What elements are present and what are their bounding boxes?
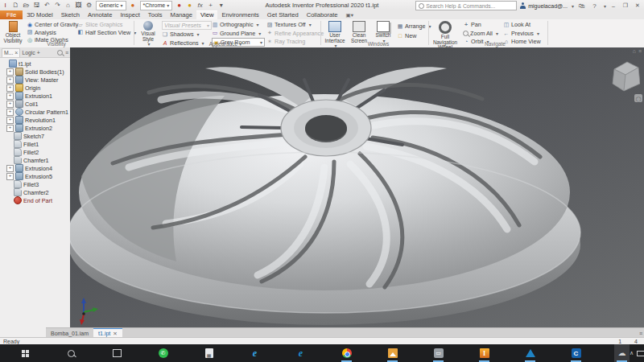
- taskbar-search-button[interactable]: [64, 344, 79, 362]
- favorite-color-icon[interactable]: ●: [185, 1, 194, 10]
- browser-search-icon[interactable]: [57, 50, 63, 56]
- tree-item-fillet3[interactable]: Fillet3: [0, 180, 70, 188]
- return-icon[interactable]: 🖼: [74, 1, 83, 10]
- home-icon[interactable]: ⌂: [64, 1, 72, 10]
- task-view-button[interactable]: [109, 344, 125, 362]
- start-button[interactable]: [18, 344, 33, 362]
- browser-tab-model[interactable]: M...×: [2, 48, 20, 57]
- material-dropdown[interactable]: Generic▾: [96, 1, 126, 10]
- expander-icon[interactable]: +: [6, 165, 14, 172]
- appearance-dropdown[interactable]: *Chrome▾: [140, 1, 173, 10]
- tab-3d-model[interactable]: 3D Model: [23, 10, 57, 19]
- tab-collaborate[interactable]: Collaborate: [303, 10, 342, 19]
- browser-add-tab-button[interactable]: +: [37, 50, 40, 56]
- center-of-gravity-button[interactable]: ◉Center of Gravity: [27, 21, 78, 29]
- analysis-button[interactable]: ▨Analysis: [27, 29, 78, 37]
- chrome-button[interactable]: [339, 344, 354, 362]
- clean-screen-button[interactable]: Clean Screen: [348, 20, 370, 41]
- messaging-button[interactable]: ▭: [431, 344, 446, 362]
- expander-icon[interactable]: +: [6, 109, 14, 116]
- tree-item-end-of-part[interactable]: End of Part: [0, 196, 70, 204]
- app-store-basket-icon[interactable]: 🛍: [577, 2, 586, 10]
- model-viewport[interactable]: ⌂ ≡: [70, 47, 644, 327]
- tray-expand-icon[interactable]: ∧: [630, 350, 634, 356]
- tree-item-origin[interactable]: +Origin: [0, 84, 70, 92]
- open-file-icon[interactable]: 🗁: [22, 1, 31, 10]
- switch-windows-button[interactable]: Switch ▾: [372, 20, 394, 41]
- tab-view[interactable]: View: [196, 10, 217, 19]
- new-window-button[interactable]: □New: [397, 32, 431, 40]
- chevron-down-icon[interactable]: ▾: [572, 3, 574, 9]
- add-command-icon[interactable]: +: [206, 1, 215, 10]
- ribbon-display-options-icon[interactable]: ▣▾: [342, 10, 357, 19]
- object-visibility-button[interactable]: Object Visibility: [2, 20, 24, 41]
- expander-icon[interactable]: +: [6, 117, 14, 124]
- shadows-button[interactable]: ❏Shadows▾: [162, 31, 212, 39]
- close-icon[interactable]: ✕: [113, 331, 117, 337]
- tab-file[interactable]: File: [0, 10, 23, 19]
- signed-in-user[interactable]: miguelacad@...: [528, 3, 568, 9]
- tree-item-revolution1[interactable]: +Revolution1: [0, 116, 70, 124]
- redo-icon[interactable]: ↷: [53, 1, 62, 10]
- favorite-color-icon[interactable]: ●: [175, 1, 184, 10]
- tree-item-extrusion2[interactable]: +Extrusion2: [0, 124, 70, 132]
- photos-button[interactable]: [385, 344, 400, 362]
- navigation-bar-icon[interactable]: ◯: [634, 94, 642, 102]
- tree-item-solid-bodies[interactable]: +Solid Bodies(1): [0, 68, 70, 76]
- visual-style-button[interactable]: Visual Style ▾: [137, 20, 159, 41]
- view-cube[interactable]: [608, 60, 640, 93]
- expander-icon[interactable]: +: [6, 76, 14, 84]
- tab-sketch[interactable]: Sketch: [57, 10, 84, 19]
- zoom-all-button[interactable]: Zoom All▾: [463, 30, 498, 38]
- tree-item-chamfer2[interactable]: Chamfer2: [0, 188, 70, 196]
- half-section-view-button[interactable]: ◧Half Section View▾: [77, 29, 136, 37]
- arrange-button[interactable]: ▦Arrange▾: [397, 23, 431, 31]
- tree-item-circular-pattern1[interactable]: +Circular Pattern1: [0, 108, 70, 116]
- undo-icon[interactable]: ↶: [43, 1, 52, 10]
- cura-button[interactable]: C: [568, 344, 584, 362]
- appearance-group-label[interactable]: Appearance ▾: [177, 41, 274, 47]
- battery-icon[interactable]: [637, 351, 644, 356]
- tree-item-sketch7[interactable]: Sketch7: [0, 132, 70, 140]
- browser-tab-logic[interactable]: Logic: [22, 50, 35, 56]
- expander-icon[interactable]: +: [6, 68, 14, 76]
- ground-plane-button[interactable]: ▭Ground Plane▾: [212, 30, 265, 38]
- inventor-taskbar-button[interactable]: I: [477, 344, 492, 362]
- help-icon[interactable]: ?: [590, 2, 599, 10]
- save-icon[interactable]: 🖫: [32, 1, 41, 10]
- look-at-button[interactable]: ◫Look At: [503, 21, 541, 29]
- calculator-button[interactable]: ▦: [201, 344, 217, 362]
- tree-item-fillet1[interactable]: Fillet1: [0, 140, 70, 148]
- tab-tools[interactable]: Tools: [144, 10, 167, 19]
- expander-icon[interactable]: +: [6, 93, 14, 100]
- impeller-3d-model[interactable]: [70, 47, 644, 327]
- whatsapp-button[interactable]: ✆: [155, 344, 171, 362]
- onedrive-button[interactable]: ☁: [614, 344, 630, 362]
- tree-item-view-master[interactable]: +View: Master: [0, 76, 70, 84]
- tree-item-extrusion1[interactable]: +Extrusion1: [0, 92, 70, 100]
- browser-menu-icon[interactable]: ≡: [65, 50, 68, 56]
- restore-button[interactable]: ❐: [621, 2, 630, 10]
- tree-item-part[interactable]: t1.ipt: [0, 60, 70, 68]
- expander-icon[interactable]: +: [6, 84, 14, 92]
- internet-explorer-button[interactable]: e: [247, 344, 262, 362]
- search-input[interactable]: Search Help & Commands...: [415, 1, 517, 10]
- tab-list-menu-icon[interactable]: ≡: [639, 331, 642, 336]
- iproperties-icon[interactable]: ⚙: [85, 1, 93, 10]
- edge-button[interactable]: e: [293, 344, 308, 362]
- tree-item-coil1[interactable]: +Coil1: [0, 100, 70, 108]
- textures-button[interactable]: ▨Textures Off▾: [266, 21, 324, 29]
- new-file-icon[interactable]: 🗋: [11, 1, 20, 10]
- user-interface-button[interactable]: User Interface ▾: [324, 20, 346, 41]
- previous-view-button[interactable]: ←Previous▾: [503, 30, 541, 38]
- customize-toolbar-icon[interactable]: ▾: [217, 1, 225, 10]
- close-button[interactable]: ✕: [633, 2, 642, 10]
- chevron-down-icon[interactable]: ▾: [604, 3, 606, 9]
- tab-manage[interactable]: Manage: [167, 10, 196, 19]
- orthographic-button[interactable]: ▥Orthographic▾: [212, 21, 265, 29]
- tab-annotate[interactable]: Annotate: [84, 10, 116, 19]
- minimize-button[interactable]: –: [609, 2, 618, 10]
- tree-item-fillet2[interactable]: Fillet2: [0, 148, 70, 156]
- tree-item-extrusion4[interactable]: +Extrusion4: [0, 164, 70, 172]
- tab-environments[interactable]: Environments: [217, 10, 262, 19]
